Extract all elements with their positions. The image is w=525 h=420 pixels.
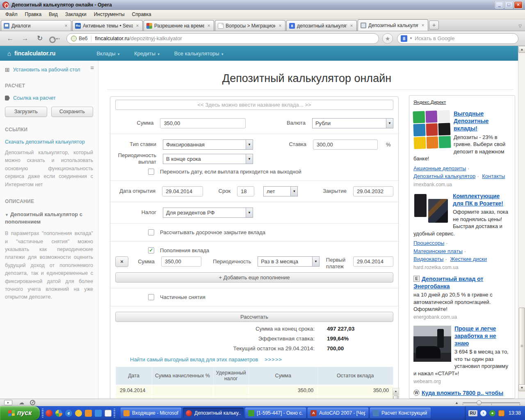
nav-credits[interactable]: Кредиты ▼ — [134, 50, 160, 57]
calendar-icon[interactable] — [105, 410, 112, 417]
page-scrollbar[interactable]: ▲ ▼ — [518, 46, 525, 399]
menu-tools[interactable]: Инструменты — [90, 10, 128, 18]
tab-close-icon[interactable]: × — [349, 23, 354, 29]
ad-link[interactable]: Видеокарты — [413, 256, 443, 262]
opera-turbo-icon[interactable] — [30, 400, 35, 405]
tab-forum-topics[interactable]: Ru Активные темы • Sevas... × — [72, 20, 143, 31]
dropdown-arrow-icon[interactable]: ▼ — [246, 208, 253, 217]
tab-google-search[interactable]: 8 депозитный калькулят... × — [286, 20, 357, 31]
dropdown-arrow-icon[interactable]: ▼ — [312, 257, 319, 266]
weekend-shift-checkbox[interactable] — [148, 169, 154, 175]
close-button[interactable]: × — [514, 1, 523, 9]
add-refill-button[interactable]: + Добавить еще пополнение — [115, 272, 393, 283]
install-desktop-link[interactable]: Установить на рабочий стол — [13, 67, 80, 73]
menu-view[interactable]: Вид — [45, 10, 62, 18]
ad-link[interactable]: Контакты — [482, 173, 505, 179]
tax-select[interactable]: Для резидентов РФ ▼ — [163, 208, 253, 218]
open-date-input[interactable] — [162, 186, 203, 196]
ad-link[interactable]: Депозитный калькулятор — [413, 173, 475, 179]
ad-energobank[interactable]: EДепозитный вклад от Энергобанка на 10 д… — [413, 275, 511, 320]
load-button[interactable]: Загрузить — [5, 107, 47, 117]
ad-link[interactable]: Материнские платы — [413, 248, 463, 254]
refill-period-select[interactable]: Раз в 3 месяца ▼ — [258, 256, 320, 267]
menu-bookmarks[interactable]: Закладки — [62, 10, 90, 18]
dropdown-arrow-icon[interactable]: ▼ — [386, 119, 393, 128]
rate-type-select[interactable]: Фиксированная ▼ — [163, 139, 253, 150]
table-scroll-thumb[interactable] — [393, 395, 398, 399]
close-date-input[interactable] — [353, 186, 393, 196]
dropdown-arrow-icon[interactable]: ▼ — [246, 154, 253, 164]
dropdown-arrow-icon[interactable]: ▼ — [290, 187, 297, 196]
description-title[interactable]: ▼Депозитный калькулятор с пополнением — [5, 211, 93, 226]
tab-close-icon[interactable]: × — [420, 23, 425, 28]
ad-webearn[interactable]: Проще и легче заработка я не знаю 3 694 … — [413, 325, 511, 384]
scroll-down-icon[interactable]: ▼ — [518, 384, 525, 391]
scroll-up-icon[interactable]: ▲ — [393, 388, 399, 395]
ad-rozetka[interactable]: Комплектующие для ПК в Розетке! Оформите… — [413, 192, 511, 270]
remove-refill-button[interactable]: × — [115, 256, 128, 267]
tab-permission[interactable]: Разрешение на времен... × — [144, 20, 214, 31]
save-button[interactable]: Сохранить — [51, 107, 94, 117]
task-structure-calc[interactable]: Расчет Конструкций — [370, 408, 431, 418]
clock-tray-icon[interactable] — [498, 410, 504, 416]
rate-input[interactable] — [313, 139, 378, 150]
early-close-checkbox[interactable] — [148, 229, 154, 235]
messenger-icon[interactable] — [95, 410, 102, 417]
minimize-button[interactable]: _ — [495, 1, 504, 9]
first-payment-input[interactable] — [353, 256, 393, 267]
calc-link-row[interactable]: Ссылка на расчет — [5, 95, 93, 101]
google-search-field[interactable]: 8 ▼ — [397, 33, 518, 44]
forward-button[interactable]: → — [21, 34, 30, 43]
nav-all-calculators[interactable]: Все калькуляторы ▼ — [174, 50, 224, 57]
opera-quicklaunch-icon[interactable] — [46, 410, 52, 417]
panels-toggle-button[interactable]: ▸ — [4, 400, 12, 405]
url-field[interactable]: Веб fincalculator.ru/depozitnyj-kalkulya… — [66, 33, 379, 44]
term-unit-select[interactable]: лет ▼ — [263, 186, 298, 196]
task-autocad[interactable]: A AutoCAD 2007 - [Чер... — [308, 408, 368, 418]
deposit-name-input[interactable] — [115, 100, 393, 110]
dropdown-arrow-icon[interactable]: ▼ — [246, 140, 253, 149]
calc-link[interactable]: Ссылка на расчет — [13, 95, 56, 101]
scroll-up-icon[interactable]: ▲ — [518, 46, 525, 53]
best-deposit-link[interactable]: Найти самый выгодный вклад для этих пара… — [130, 356, 258, 363]
zoom-slider[interactable] — [463, 400, 520, 406]
tray-chevron-icon[interactable]: ‹ — [480, 410, 486, 416]
language-indicator[interactable]: RU — [468, 410, 477, 416]
ad-link[interactable]: Акционные депозиты — [413, 165, 466, 171]
sum-input[interactable] — [160, 118, 245, 128]
opera-link-cloud-icon[interactable]: ☁ — [19, 400, 24, 405]
menu-edit[interactable]: Правка — [21, 10, 46, 18]
reload-button[interactable]: ↻ — [35, 34, 44, 43]
task-outlook-inbox[interactable]: Входящие - Microsof... — [121, 408, 181, 418]
quick-launch-grip[interactable] — [42, 409, 43, 418]
ad-link[interactable]: Процессоры — [413, 240, 444, 246]
tab-close-icon[interactable]: × — [206, 23, 211, 29]
tab-close-icon[interactable]: × — [135, 23, 140, 29]
partial-withdraw-checkbox[interactable] — [148, 294, 154, 300]
page-scroll-thumb[interactable] — [519, 308, 525, 388]
tab-deposit-calculator-active[interactable]: Депозитный калькулят... × — [358, 19, 428, 31]
tab-dialogs[interactable]: Диалоги × — [1, 20, 71, 31]
term-input[interactable] — [237, 186, 254, 196]
internet-explorer-icon[interactable]: e — [65, 410, 72, 417]
sidebar-toggle-icon[interactable]: ≡ — [90, 64, 94, 71]
home-icon[interactable]: ⌂ — [7, 50, 11, 57]
calculate-button[interactable]: Рассчитать — [115, 312, 393, 322]
menu-file[interactable]: Файл — [2, 10, 21, 18]
zoom-slider-knob[interactable] — [477, 400, 482, 405]
tab-list-caret-icon[interactable]: ▽ — [518, 24, 522, 28]
start-button[interactable]: пуск — [0, 406, 40, 420]
fit-width-icon[interactable]: ▲ — [455, 401, 459, 405]
task-deposit-calculator[interactable]: Депозитный кальку... — [183, 408, 244, 418]
outlook-icon[interactable] — [85, 410, 92, 417]
refill-sum-input[interactable] — [161, 256, 201, 267]
media-player-icon[interactable] — [55, 410, 62, 417]
new-tab-button[interactable]: + — [429, 21, 439, 30]
ad-invest[interactable]: WКуда вложить 7800 р.. чтобы через месяц… — [413, 389, 511, 399]
ad-imexbank[interactable]: Выгодные Депозитные вклады! Депозиты - 2… — [413, 110, 511, 187]
taskbar-grip[interactable] — [114, 409, 115, 418]
nav-deposits[interactable]: Вклады ▼ — [96, 50, 120, 57]
bookmark-star-button[interactable]: ★ — [382, 33, 393, 44]
back-button[interactable]: ← — [6, 34, 15, 43]
menu-help[interactable]: Справка — [128, 10, 155, 18]
